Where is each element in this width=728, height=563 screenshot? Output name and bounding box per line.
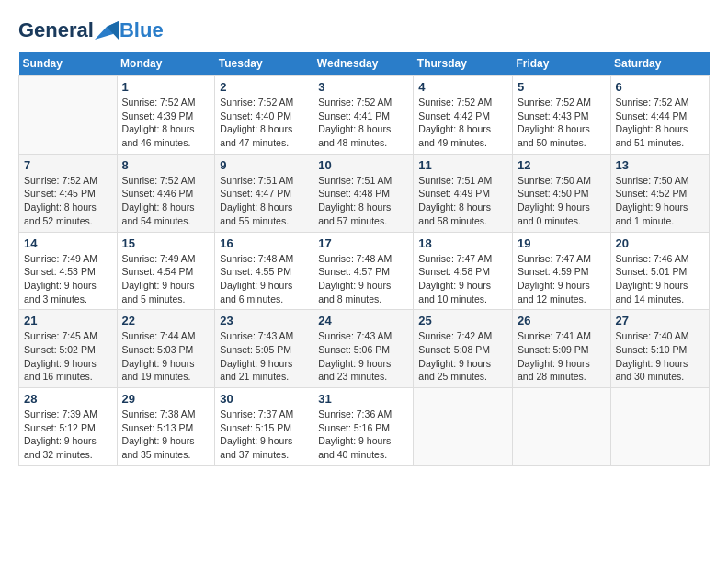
- col-header-monday: Monday: [117, 52, 215, 76]
- day-cell: 10Sunrise: 7:51 AMSunset: 4:48 PMDayligh…: [313, 154, 414, 232]
- day-info: Sunrise: 7:38 AMSunset: 5:13 PMDaylight:…: [122, 408, 210, 462]
- page-header: General Blue: [18, 18, 710, 42]
- day-info: Sunrise: 7:46 AMSunset: 5:01 PMDaylight:…: [616, 252, 704, 306]
- day-number: 18: [418, 236, 507, 250]
- day-cell: 18Sunrise: 7:47 AMSunset: 4:58 PMDayligh…: [414, 232, 513, 310]
- day-info: Sunrise: 7:50 AMSunset: 4:50 PMDaylight:…: [518, 174, 606, 228]
- day-info: Sunrise: 7:49 AMSunset: 4:54 PMDaylight:…: [122, 252, 210, 306]
- day-number: 9: [220, 158, 308, 172]
- day-number: 3: [318, 80, 408, 94]
- day-info: Sunrise: 7:43 AMSunset: 5:06 PMDaylight:…: [318, 329, 408, 384]
- day-number: 30: [220, 392, 308, 406]
- day-number: 2: [220, 80, 308, 94]
- day-info: Sunrise: 7:36 AMSunset: 5:16 PMDaylight:…: [318, 408, 408, 462]
- day-number: 21: [24, 314, 112, 327]
- day-cell: [19, 76, 118, 155]
- day-number: 4: [418, 80, 507, 94]
- day-number: 16: [220, 236, 308, 250]
- day-info: Sunrise: 7:47 AMSunset: 4:59 PMDaylight:…: [518, 252, 606, 306]
- calendar-table: SundayMondayTuesdayWednesdayThursdayFrid…: [18, 52, 710, 466]
- day-number: 14: [24, 236, 112, 250]
- day-info: Sunrise: 7:52 AMSunset: 4:44 PMDaylight:…: [616, 96, 704, 150]
- day-number: 1: [122, 80, 210, 94]
- week-row-3: 14Sunrise: 7:49 AMSunset: 4:53 PMDayligh…: [19, 232, 710, 310]
- day-info: Sunrise: 7:39 AMSunset: 5:12 PMDaylight:…: [24, 408, 112, 462]
- logo-general-text: General: [18, 18, 94, 42]
- day-number: 24: [318, 314, 408, 327]
- day-cell: 4Sunrise: 7:52 AMSunset: 4:42 PMDaylight…: [414, 76, 513, 155]
- day-number: 6: [616, 80, 704, 94]
- day-number: 23: [220, 314, 308, 327]
- day-info: Sunrise: 7:50 AMSunset: 4:52 PMDaylight:…: [616, 174, 704, 228]
- day-cell: 13Sunrise: 7:50 AMSunset: 4:52 PMDayligh…: [610, 154, 709, 232]
- logo-bird-icon: [95, 21, 119, 40]
- day-info: Sunrise: 7:48 AMSunset: 4:55 PMDaylight:…: [220, 252, 308, 306]
- day-cell: 25Sunrise: 7:42 AMSunset: 5:08 PMDayligh…: [414, 310, 513, 388]
- day-cell: 20Sunrise: 7:46 AMSunset: 5:01 PMDayligh…: [610, 232, 709, 310]
- day-number: 11: [418, 158, 507, 172]
- calendar-body: 1Sunrise: 7:52 AMSunset: 4:39 PMDaylight…: [19, 76, 710, 466]
- day-info: Sunrise: 7:45 AMSunset: 5:02 PMDaylight:…: [24, 329, 112, 384]
- day-number: 28: [24, 392, 112, 406]
- day-cell: 2Sunrise: 7:52 AMSunset: 4:40 PMDaylight…: [215, 76, 313, 155]
- day-info: Sunrise: 7:41 AMSunset: 5:09 PMDaylight:…: [518, 329, 606, 384]
- day-cell: 27Sunrise: 7:40 AMSunset: 5:10 PMDayligh…: [610, 310, 709, 388]
- day-cell: 26Sunrise: 7:41 AMSunset: 5:09 PMDayligh…: [512, 310, 610, 388]
- day-cell: [610, 388, 709, 466]
- day-number: 27: [616, 314, 704, 327]
- day-cell: 7Sunrise: 7:52 AMSunset: 4:45 PMDaylight…: [19, 154, 118, 232]
- day-info: Sunrise: 7:52 AMSunset: 4:46 PMDaylight:…: [122, 174, 210, 228]
- week-row-1: 1Sunrise: 7:52 AMSunset: 4:39 PMDaylight…: [19, 76, 710, 155]
- week-row-4: 21Sunrise: 7:45 AMSunset: 5:02 PMDayligh…: [19, 310, 710, 388]
- col-header-tuesday: Tuesday: [215, 52, 313, 76]
- logo: General Blue: [18, 18, 164, 42]
- day-info: Sunrise: 7:37 AMSunset: 5:15 PMDaylight:…: [220, 408, 308, 462]
- day-info: Sunrise: 7:44 AMSunset: 5:03 PMDaylight:…: [122, 329, 210, 384]
- day-number: 10: [318, 158, 408, 172]
- day-cell: 14Sunrise: 7:49 AMSunset: 4:53 PMDayligh…: [19, 232, 118, 310]
- day-info: Sunrise: 7:43 AMSunset: 5:05 PMDaylight:…: [220, 329, 308, 384]
- calendar-header-row: SundayMondayTuesdayWednesdayThursdayFrid…: [19, 52, 710, 76]
- day-cell: 23Sunrise: 7:43 AMSunset: 5:05 PMDayligh…: [215, 310, 313, 388]
- day-info: Sunrise: 7:52 AMSunset: 4:41 PMDaylight:…: [318, 96, 408, 150]
- day-info: Sunrise: 7:48 AMSunset: 4:57 PMDaylight:…: [318, 252, 408, 306]
- day-cell: 1Sunrise: 7:52 AMSunset: 4:39 PMDaylight…: [117, 76, 215, 155]
- day-cell: 30Sunrise: 7:37 AMSunset: 5:15 PMDayligh…: [215, 388, 313, 466]
- logo-blue-text: Blue: [119, 18, 164, 42]
- day-number: 17: [318, 236, 408, 250]
- day-cell: 12Sunrise: 7:50 AMSunset: 4:50 PMDayligh…: [512, 154, 610, 232]
- day-cell: 3Sunrise: 7:52 AMSunset: 4:41 PMDaylight…: [313, 76, 414, 155]
- col-header-saturday: Saturday: [610, 52, 709, 76]
- day-cell: 21Sunrise: 7:45 AMSunset: 5:02 PMDayligh…: [19, 310, 118, 388]
- day-number: 26: [518, 314, 606, 327]
- col-header-thursday: Thursday: [414, 52, 513, 76]
- day-cell: 24Sunrise: 7:43 AMSunset: 5:06 PMDayligh…: [313, 310, 414, 388]
- day-info: Sunrise: 7:47 AMSunset: 4:58 PMDaylight:…: [418, 252, 507, 306]
- day-number: 8: [122, 158, 210, 172]
- day-number: 20: [616, 236, 704, 250]
- day-info: Sunrise: 7:52 AMSunset: 4:43 PMDaylight:…: [518, 96, 606, 150]
- day-info: Sunrise: 7:51 AMSunset: 4:48 PMDaylight:…: [318, 174, 408, 228]
- day-number: 19: [518, 236, 606, 250]
- col-header-friday: Friday: [512, 52, 610, 76]
- day-info: Sunrise: 7:52 AMSunset: 4:39 PMDaylight:…: [122, 96, 210, 150]
- day-info: Sunrise: 7:51 AMSunset: 4:49 PMDaylight:…: [418, 174, 507, 228]
- day-cell: 22Sunrise: 7:44 AMSunset: 5:03 PMDayligh…: [117, 310, 215, 388]
- week-row-5: 28Sunrise: 7:39 AMSunset: 5:12 PMDayligh…: [19, 388, 710, 466]
- day-number: 29: [122, 392, 210, 406]
- day-number: 5: [518, 80, 606, 94]
- logo-wordmark: General Blue: [18, 18, 164, 42]
- day-cell: [414, 388, 513, 466]
- day-info: Sunrise: 7:42 AMSunset: 5:08 PMDaylight:…: [418, 329, 507, 384]
- day-cell: 17Sunrise: 7:48 AMSunset: 4:57 PMDayligh…: [313, 232, 414, 310]
- day-info: Sunrise: 7:52 AMSunset: 4:40 PMDaylight:…: [220, 96, 308, 150]
- day-cell: 9Sunrise: 7:51 AMSunset: 4:47 PMDaylight…: [215, 154, 313, 232]
- col-header-wednesday: Wednesday: [313, 52, 414, 76]
- day-info: Sunrise: 7:52 AMSunset: 4:45 PMDaylight:…: [24, 174, 112, 228]
- week-row-2: 7Sunrise: 7:52 AMSunset: 4:45 PMDaylight…: [19, 154, 710, 232]
- day-number: 31: [318, 392, 408, 406]
- day-cell: 6Sunrise: 7:52 AMSunset: 4:44 PMDaylight…: [610, 76, 709, 155]
- day-cell: 15Sunrise: 7:49 AMSunset: 4:54 PMDayligh…: [117, 232, 215, 310]
- day-number: 7: [24, 158, 112, 172]
- day-cell: 28Sunrise: 7:39 AMSunset: 5:12 PMDayligh…: [19, 388, 118, 466]
